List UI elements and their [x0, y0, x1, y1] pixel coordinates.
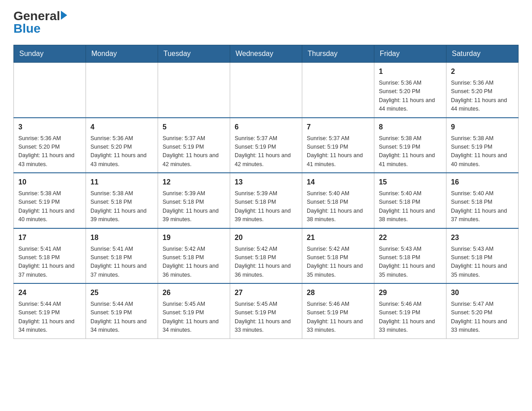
calendar-cell: 26Sunrise: 5:45 AMSunset: 5:19 PMDayligh…	[158, 283, 230, 338]
calendar-cell	[158, 63, 230, 118]
day-info: Sunrise: 5:36 AMSunset: 5:20 PMDaylight:…	[379, 79, 442, 114]
day-number: 3	[18, 122, 81, 133]
calendar-cell: 8Sunrise: 5:38 AMSunset: 5:19 PMDaylight…	[374, 118, 446, 173]
column-header-wednesday: Wednesday	[230, 45, 302, 63]
calendar-week-row: 17Sunrise: 5:41 AMSunset: 5:18 PMDayligh…	[14, 228, 519, 284]
day-number: 11	[90, 177, 153, 188]
calendar-week-row: 24Sunrise: 5:44 AMSunset: 5:19 PMDayligh…	[14, 283, 519, 338]
day-number: 29	[379, 287, 442, 298]
column-header-thursday: Thursday	[302, 45, 374, 63]
day-info: Sunrise: 5:43 AMSunset: 5:18 PMDaylight:…	[379, 245, 442, 280]
day-number: 1	[379, 66, 442, 77]
calendar-cell: 6Sunrise: 5:37 AMSunset: 5:19 PMDaylight…	[230, 118, 302, 173]
day-info: Sunrise: 5:37 AMSunset: 5:19 PMDaylight:…	[163, 134, 225, 169]
day-info: Sunrise: 5:41 AMSunset: 5:18 PMDaylight:…	[18, 245, 81, 280]
calendar-cell: 19Sunrise: 5:42 AMSunset: 5:18 PMDayligh…	[158, 228, 230, 284]
day-number: 13	[235, 177, 297, 188]
day-number: 17	[18, 232, 81, 243]
day-info: Sunrise: 5:42 AMSunset: 5:18 PMDaylight:…	[163, 245, 225, 280]
day-number: 21	[307, 232, 369, 243]
day-info: Sunrise: 5:45 AMSunset: 5:19 PMDaylight:…	[235, 300, 297, 335]
calendar-week-row: 3Sunrise: 5:36 AMSunset: 5:20 PMDaylight…	[14, 118, 519, 173]
calendar-cell: 5Sunrise: 5:37 AMSunset: 5:19 PMDaylight…	[158, 118, 230, 173]
calendar-cell: 4Sunrise: 5:36 AMSunset: 5:20 PMDaylight…	[86, 118, 158, 173]
calendar-header-row: SundayMondayTuesdayWednesdayThursdayFrid…	[14, 45, 519, 63]
calendar-cell: 9Sunrise: 5:38 AMSunset: 5:19 PMDaylight…	[446, 118, 519, 173]
day-info: Sunrise: 5:37 AMSunset: 5:19 PMDaylight:…	[235, 134, 297, 169]
calendar-cell: 13Sunrise: 5:39 AMSunset: 5:18 PMDayligh…	[230, 173, 302, 228]
day-number: 8	[379, 122, 442, 133]
day-number: 20	[235, 232, 297, 243]
day-info: Sunrise: 5:40 AMSunset: 5:18 PMDaylight:…	[307, 189, 369, 224]
calendar-cell: 2Sunrise: 5:36 AMSunset: 5:20 PMDaylight…	[446, 63, 519, 118]
calendar-cell: 25Sunrise: 5:44 AMSunset: 5:19 PMDayligh…	[86, 283, 158, 338]
day-info: Sunrise: 5:37 AMSunset: 5:19 PMDaylight:…	[307, 134, 369, 169]
column-header-friday: Friday	[374, 45, 446, 63]
day-info: Sunrise: 5:46 AMSunset: 5:19 PMDaylight:…	[307, 300, 369, 335]
calendar-cell: 28Sunrise: 5:46 AMSunset: 5:19 PMDayligh…	[302, 283, 374, 338]
calendar-cell: 11Sunrise: 5:38 AMSunset: 5:18 PMDayligh…	[86, 173, 158, 228]
calendar-cell	[230, 63, 302, 118]
day-number: 12	[163, 177, 225, 188]
day-info: Sunrise: 5:42 AMSunset: 5:18 PMDaylight:…	[235, 245, 297, 280]
day-info: Sunrise: 5:36 AMSunset: 5:20 PMDaylight:…	[451, 79, 514, 114]
day-number: 18	[90, 232, 153, 243]
day-number: 27	[235, 287, 297, 298]
page-header: General Blue	[13, 9, 519, 36]
column-header-tuesday: Tuesday	[158, 45, 230, 63]
day-info: Sunrise: 5:46 AMSunset: 5:19 PMDaylight:…	[379, 300, 442, 335]
day-number: 25	[90, 287, 153, 298]
day-info: Sunrise: 5:38 AMSunset: 5:19 PMDaylight:…	[379, 134, 442, 169]
calendar-week-row: 1Sunrise: 5:36 AMSunset: 5:20 PMDaylight…	[14, 63, 519, 118]
day-number: 6	[235, 122, 297, 133]
day-number: 16	[451, 177, 514, 188]
calendar-cell: 7Sunrise: 5:37 AMSunset: 5:19 PMDaylight…	[302, 118, 374, 173]
day-info: Sunrise: 5:44 AMSunset: 5:19 PMDaylight:…	[90, 300, 153, 335]
calendar-table: SundayMondayTuesdayWednesdayThursdayFrid…	[13, 45, 519, 339]
calendar-cell: 22Sunrise: 5:43 AMSunset: 5:18 PMDayligh…	[374, 228, 446, 284]
logo-area: General Blue	[13, 9, 67, 36]
calendar-cell	[302, 63, 374, 118]
column-header-monday: Monday	[86, 45, 158, 63]
day-number: 23	[451, 232, 514, 243]
day-info: Sunrise: 5:39 AMSunset: 5:18 PMDaylight:…	[235, 189, 297, 224]
calendar-cell: 30Sunrise: 5:47 AMSunset: 5:20 PMDayligh…	[446, 283, 519, 338]
calendar-week-row: 10Sunrise: 5:38 AMSunset: 5:19 PMDayligh…	[14, 173, 519, 228]
calendar-cell: 21Sunrise: 5:42 AMSunset: 5:18 PMDayligh…	[302, 228, 374, 284]
day-info: Sunrise: 5:39 AMSunset: 5:18 PMDaylight:…	[163, 189, 225, 224]
day-number: 28	[307, 287, 369, 298]
calendar-cell: 24Sunrise: 5:44 AMSunset: 5:19 PMDayligh…	[14, 283, 86, 338]
calendar-cell: 23Sunrise: 5:43 AMSunset: 5:18 PMDayligh…	[446, 228, 519, 284]
day-info: Sunrise: 5:36 AMSunset: 5:20 PMDaylight:…	[18, 134, 81, 169]
day-info: Sunrise: 5:42 AMSunset: 5:18 PMDaylight:…	[307, 245, 369, 280]
column-header-saturday: Saturday	[446, 45, 519, 63]
day-number: 9	[451, 122, 514, 133]
day-number: 30	[451, 287, 514, 298]
column-header-sunday: Sunday	[14, 45, 86, 63]
day-info: Sunrise: 5:40 AMSunset: 5:18 PMDaylight:…	[451, 189, 514, 224]
day-number: 10	[18, 177, 81, 188]
calendar-cell: 10Sunrise: 5:38 AMSunset: 5:19 PMDayligh…	[14, 173, 86, 228]
calendar-cell: 14Sunrise: 5:40 AMSunset: 5:18 PMDayligh…	[302, 173, 374, 228]
day-info: Sunrise: 5:44 AMSunset: 5:19 PMDaylight:…	[18, 300, 81, 335]
calendar-cell: 15Sunrise: 5:40 AMSunset: 5:18 PMDayligh…	[374, 173, 446, 228]
day-info: Sunrise: 5:38 AMSunset: 5:19 PMDaylight:…	[451, 134, 514, 169]
calendar-cell: 1Sunrise: 5:36 AMSunset: 5:20 PMDaylight…	[374, 63, 446, 118]
calendar-cell	[14, 63, 86, 118]
calendar-cell: 27Sunrise: 5:45 AMSunset: 5:19 PMDayligh…	[230, 283, 302, 338]
day-info: Sunrise: 5:43 AMSunset: 5:18 PMDaylight:…	[451, 245, 514, 280]
day-number: 24	[18, 287, 81, 298]
calendar-cell: 18Sunrise: 5:41 AMSunset: 5:18 PMDayligh…	[86, 228, 158, 284]
day-number: 4	[90, 122, 153, 133]
day-info: Sunrise: 5:41 AMSunset: 5:18 PMDaylight:…	[90, 245, 153, 280]
day-number: 2	[451, 66, 514, 77]
day-number: 14	[307, 177, 369, 188]
day-info: Sunrise: 5:40 AMSunset: 5:18 PMDaylight:…	[379, 189, 442, 224]
logo-arrow-icon	[61, 11, 67, 20]
day-number: 7	[307, 122, 369, 133]
calendar-cell: 17Sunrise: 5:41 AMSunset: 5:18 PMDayligh…	[14, 228, 86, 284]
calendar-cell: 29Sunrise: 5:46 AMSunset: 5:19 PMDayligh…	[374, 283, 446, 338]
calendar-cell: 20Sunrise: 5:42 AMSunset: 5:18 PMDayligh…	[230, 228, 302, 284]
day-info: Sunrise: 5:38 AMSunset: 5:19 PMDaylight:…	[18, 189, 81, 224]
calendar-cell	[86, 63, 158, 118]
